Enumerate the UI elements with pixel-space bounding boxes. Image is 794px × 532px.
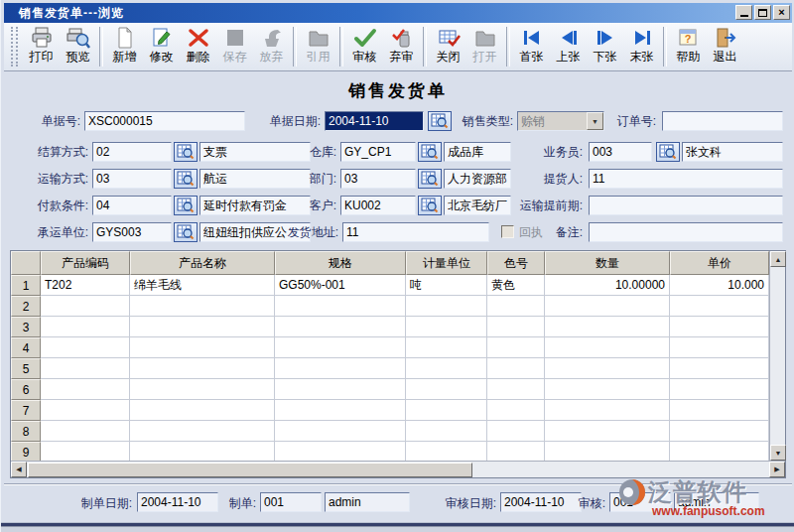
settle-method-lookup-button[interactable] <box>174 142 198 162</box>
discard-button[interactable]: 放弃 <box>253 25 290 68</box>
grid-cell[interactable] <box>670 296 769 317</box>
grid-cell[interactable] <box>487 442 545 461</box>
delete-button[interactable]: 删除 <box>180 25 216 68</box>
audit-button[interactable]: 审核 <box>346 25 383 68</box>
grid-cell[interactable] <box>130 400 275 421</box>
close-doc-button[interactable]: 关闭 <box>430 25 466 68</box>
grid-cell[interactable] <box>275 442 406 461</box>
transport-method-code-input[interactable] <box>92 169 172 189</box>
grid-cell[interactable] <box>487 400 545 421</box>
table-vscrollbar[interactable]: ▲ ▼ <box>769 251 785 461</box>
payment-terms-lookup-button[interactable] <box>174 196 198 215</box>
grid-cell[interactable] <box>545 358 670 379</box>
next-record-button[interactable]: 下张 <box>587 25 623 68</box>
grid-cell[interactable] <box>545 379 670 400</box>
grid-cell[interactable] <box>275 296 406 317</box>
table-row[interactable]: 9 <box>11 442 769 461</box>
grid-cell[interactable] <box>130 442 275 461</box>
print-button[interactable]: 打印 <box>23 25 60 68</box>
grid-cell[interactable] <box>545 296 670 317</box>
modify-button[interactable]: 修改 <box>143 25 180 68</box>
order-no-input[interactable] <box>662 111 783 131</box>
scroll-down-button[interactable]: ▼ <box>770 445 786 461</box>
remark-input[interactable] <box>589 222 783 242</box>
grid-cell[interactable] <box>406 421 487 442</box>
payment-terms-code-input[interactable] <box>92 196 172 215</box>
preview-button[interactable]: 预览 <box>60 25 96 68</box>
cell-color[interactable]: 黄色 <box>487 275 545 296</box>
grid-cell[interactable] <box>670 358 769 379</box>
grid-cell[interactable] <box>275 317 406 337</box>
settle-method-code-input[interactable] <box>92 142 172 162</box>
maximize-button[interactable] <box>754 5 771 20</box>
customer-lookup-button[interactable] <box>418 196 442 215</box>
prev-record-button[interactable]: 上张 <box>550 25 587 68</box>
help-button[interactable]: 帮助 <box>670 25 707 68</box>
grid-cell[interactable] <box>487 358 545 379</box>
grid-cell[interactable] <box>41 296 130 317</box>
table-row[interactable]: 3 <box>11 317 769 337</box>
table-row[interactable]: 4 <box>11 337 769 358</box>
grid-cell[interactable] <box>41 442 130 461</box>
table-row[interactable]: 8 <box>11 421 769 442</box>
grid-cell[interactable] <box>545 317 670 337</box>
save-button[interactable]: 保存 <box>216 25 253 68</box>
cell-spec[interactable]: GG50%-001 <box>275 275 406 296</box>
grid-cell[interactable] <box>41 317 130 337</box>
grid-cell[interactable] <box>545 421 670 442</box>
consignee-input[interactable] <box>589 169 783 189</box>
grid-cell[interactable] <box>41 337 130 358</box>
grid-cell[interactable] <box>487 379 545 400</box>
table-hscrollbar[interactable]: ◀ ▶ <box>11 461 785 477</box>
exit-button[interactable]: 退出 <box>707 25 743 68</box>
grid-cell[interactable] <box>130 358 275 379</box>
transport-method-lookup-button[interactable] <box>174 169 198 189</box>
new-button[interactable]: 新增 <box>106 25 143 68</box>
department-lookup-button[interactable] <box>418 169 442 189</box>
customer-code-input[interactable] <box>340 196 416 215</box>
grid-cell[interactable] <box>41 379 130 400</box>
warehouse-lookup-button[interactable] <box>418 142 442 162</box>
hscroll-thumb[interactable] <box>28 463 472 477</box>
grid-cell[interactable] <box>545 442 670 461</box>
grid-cell[interactable] <box>670 400 769 421</box>
table-row[interactable]: 6 <box>11 379 769 400</box>
reference-button[interactable]: 引用 <box>300 25 336 68</box>
first-record-button[interactable]: 首张 <box>513 25 550 68</box>
cell-product-code[interactable]: T202 <box>41 275 130 296</box>
table-row[interactable]: 7 <box>11 400 769 421</box>
scroll-right-button[interactable]: ▶ <box>769 462 785 477</box>
grid-cell[interactable] <box>406 442 487 461</box>
grid-cell[interactable] <box>670 442 769 461</box>
table-row[interactable]: 1 T202 绵羊毛线 GG50%-001 吨 黄色 10.00000 10.0… <box>11 275 769 296</box>
close-button[interactable]: × <box>773 5 790 20</box>
unaudit-button[interactable]: 弃审 <box>383 25 420 68</box>
grid-cell[interactable] <box>670 379 769 400</box>
last-record-button[interactable]: 末张 <box>623 25 660 68</box>
grid-cell[interactable] <box>487 317 545 337</box>
department-code-input[interactable] <box>340 169 416 189</box>
grid-cell[interactable] <box>670 337 769 358</box>
table-row[interactable]: 2 <box>11 296 769 317</box>
toolbar-grip[interactable] <box>11 27 18 66</box>
cell-price[interactable]: 10.000 <box>670 275 769 296</box>
carrier-code-input[interactable] <box>92 222 172 242</box>
grid-cell[interactable] <box>487 421 545 442</box>
grid-cell[interactable] <box>130 317 275 337</box>
grid-cell[interactable] <box>41 358 130 379</box>
sale-type-select[interactable]: 赊销 ▼ <box>517 111 604 131</box>
scroll-left-button[interactable]: ◀ <box>11 462 27 477</box>
grid-cell[interactable] <box>406 379 487 400</box>
grid-cell[interactable] <box>275 400 406 421</box>
grid-cell[interactable] <box>670 421 769 442</box>
grid-cell[interactable] <box>275 358 406 379</box>
scroll-up-button[interactable]: ▲ <box>770 251 786 267</box>
grid-cell[interactable] <box>130 296 275 317</box>
grid-cell[interactable] <box>130 421 275 442</box>
grid-cell[interactable] <box>406 317 487 337</box>
grid-cell[interactable] <box>406 296 487 317</box>
doc-no-input[interactable] <box>84 111 245 131</box>
grid-cell[interactable] <box>41 421 130 442</box>
ship-address-input[interactable] <box>342 222 489 242</box>
grid-cell[interactable] <box>487 296 545 317</box>
